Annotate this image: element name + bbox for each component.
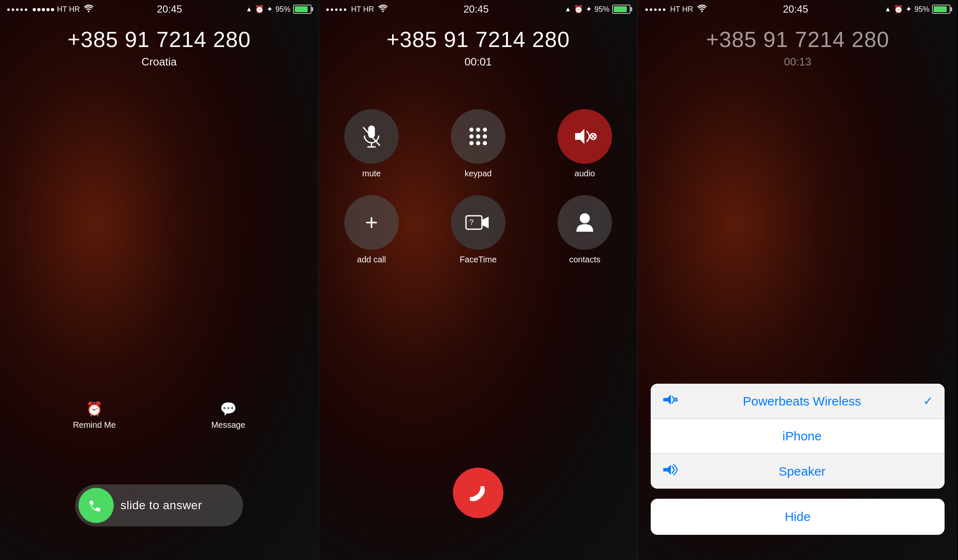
status-carrier-1: ●●●●● ●●●●● HT HR [7,5,93,14]
hide-button[interactable]: Hide [651,499,945,535]
audio-option-iphone[interactable]: iPhone ✓ [651,419,945,454]
signal-strength-3: ●●●●● [645,6,667,13]
powerbeats-label: Powerbeats Wireless [681,394,923,408]
wifi-icon-3 [697,5,707,14]
keypad-button[interactable]: keypad [451,109,505,178]
incoming-phone-number: +385 91 7214 280 [0,27,318,52]
speaker-label: Speaker [681,464,923,479]
powerbeats-check: ✓ [923,394,933,408]
active-phone-number: +385 91 7214 280 [319,27,637,52]
audio-duration: 00:13 [638,55,957,68]
svg-point-9 [483,134,487,139]
controls-row-2: + add call ? FaceTime [344,195,612,264]
carrier-name-2: HT HR [351,5,374,14]
battery-icon-3 [932,5,950,14]
wifi-icon-2 [378,5,387,14]
status-bar-2: ●●●●● HT HR 20:45 ▲ ⏰ ✦ 95% [319,0,637,18]
contacts-circle [558,195,612,250]
svg-point-5 [476,128,480,132]
answer-circle [79,488,114,523]
audio-options-menu: Powerbeats Wireless ✓ iPhone ✓ Speaker ✓ [651,384,945,489]
bluetooth-icon-1: ✦ [267,5,273,14]
svg-point-6 [483,128,487,132]
incoming-actions: ⏰ Remind Me 💬 Message [0,401,318,430]
alarm-icon-3: ⏰ [894,5,903,14]
end-call-button[interactable] [453,468,503,518]
status-bar-3: ●●●●● HT HR 20:45 ▲ ⏰ ✦ 95% [638,0,957,18]
incoming-phone-subtitle: Croatia [0,55,318,68]
status-right-1: ▲ ⏰ ✦ 95% [246,5,311,14]
contacts-button[interactable]: contacts [558,195,612,264]
svg-point-12 [483,141,487,145]
carrier-name-1: ●●●●● HT HR [32,5,80,14]
svg-point-16 [580,213,590,223]
status-carrier-2: ●●●●● HT HR [326,5,387,14]
remind-me-button[interactable]: ⏰ Remind Me [73,401,116,430]
bluetooth-speaker-icon [662,394,681,408]
message-label: Message [211,420,245,430]
slide-to-answer-text: slide to answer [120,499,202,512]
speaker-icon [662,464,681,479]
iphone-check: ✓ [923,429,933,443]
battery-icon-2 [612,5,631,14]
signal-strength-1: ●●●●● [7,6,29,13]
svg-point-4 [469,128,474,132]
audio-phone-number: +385 91 7214 280 [638,27,957,52]
contacts-label: contacts [569,255,600,264]
status-bar-1: ●●●●● ●●●●● HT HR 20:45 ▲ ⏰ ✦ 95% [0,0,318,18]
add-call-button[interactable]: + add call [344,195,399,264]
remind-me-label: Remind Me [73,420,116,430]
add-call-circle: + [344,195,399,250]
facetime-label: FaceTime [460,255,497,264]
svg-point-7 [469,134,474,139]
battery-percent-1: 95% [275,5,291,14]
audio-option-powerbeats[interactable]: Powerbeats Wireless ✓ [651,384,945,419]
alarm-remind-icon: ⏰ [86,401,103,417]
status-time-1: 20:45 [157,3,182,15]
svg-point-11 [476,141,480,145]
location-icon-1: ▲ [246,5,252,13]
status-right-3: ▲ ⏰ ✦ 95% [885,5,950,14]
active-duration: 00:01 [319,55,637,68]
svg-point-8 [476,134,480,139]
mute-label: mute [362,169,381,178]
bluetooth-icon-3: ✦ [906,5,912,14]
audio-button[interactable]: audio [558,109,612,178]
hide-button-label: Hide [785,510,811,523]
controls-row-1: mute keypad [344,109,612,178]
slide-to-answer[interactable]: slide to answer [75,484,243,526]
status-time-3: 20:45 [783,3,808,15]
alarm-icon-2: ⏰ [574,5,583,14]
screen-active-call: ●●●●● HT HR 20:45 ▲ ⏰ ✦ 95% +385 91 7214… [319,0,638,560]
status-carrier-3: ●●●●● HT HR [645,5,707,14]
audio-option-speaker[interactable]: Speaker ✓ [651,454,945,489]
audio-label: audio [575,169,595,178]
mute-circle [344,109,399,164]
battery-percent-3: 95% [914,5,929,14]
status-time-2: 20:45 [463,3,489,15]
iphone-label: iPhone [681,429,923,443]
call-controls: mute keypad [319,109,637,273]
status-right-2: ▲ ⏰ ✦ 95% [565,5,631,14]
message-icon: 💬 [220,401,237,417]
speaker-check: ✓ [923,464,933,478]
message-button[interactable]: 💬 Message [211,401,245,430]
facetime-button[interactable]: ? FaceTime [451,195,505,264]
screen-incoming: ●●●●● ●●●●● HT HR 20:45 ▲ ⏰ ✦ 95% +385 9… [0,0,319,560]
location-icon-2: ▲ [565,5,571,13]
svg-point-10 [469,141,474,145]
audio-circle [558,109,612,164]
signal-strength-2: ●●●●● [326,6,348,13]
battery-icon-1 [293,5,311,14]
location-icon-3: ▲ [885,5,891,13]
bluetooth-icon-2: ✦ [586,5,592,14]
add-call-label: add call [357,255,386,264]
svg-rect-14 [466,216,482,229]
mute-button[interactable]: mute [344,109,399,178]
keypad-label: keypad [465,169,492,178]
facetime-circle: ? [451,195,505,250]
screen-audio-select: ●●●●● HT HR 20:45 ▲ ⏰ ✦ 95% +385 91 7214… [638,0,957,560]
battery-percent-2: 95% [594,5,610,14]
svg-text:?: ? [469,218,474,227]
alarm-icon-1: ⏰ [255,5,264,14]
